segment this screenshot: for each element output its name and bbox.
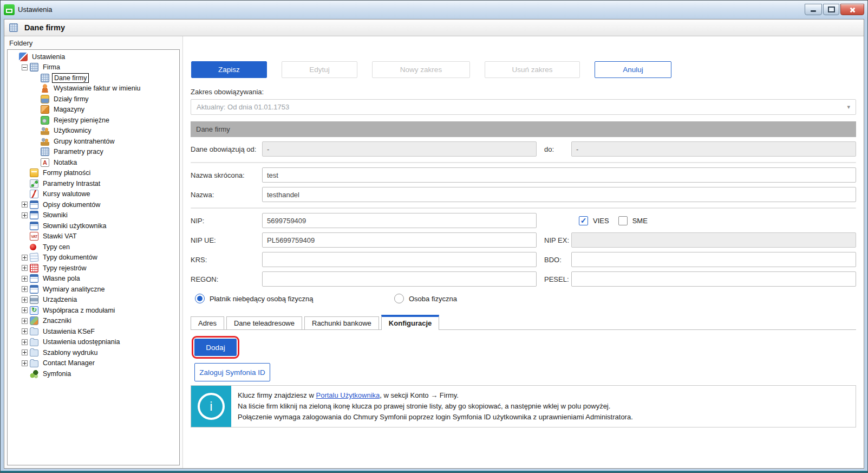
divider [191,208,856,209]
tools-icon [19,53,28,61]
tree-item[interactable]: Słowniki użytkownika [8,221,179,231]
tree-item[interactable]: Użytkownicy [8,126,179,137]
tree-item[interactable]: Symfonia [8,368,179,379]
tree-item[interactable]: Parametry Intrastat [8,178,179,189]
zaloguj-symfonia-id-button[interactable]: Zaloguj Symfonia ID [194,363,270,381]
tree-item[interactable]: Magazyny [8,105,179,115]
expand-plus-icon[interactable] [22,318,28,324]
minimize-button[interactable] [805,4,822,15]
tab-adres[interactable]: Adres [191,316,224,329]
tab-rachunki-bankowe[interactable]: Rachunki bankowe [304,316,379,329]
collapse-minus-icon[interactable] [22,64,28,70]
expand-plus-icon[interactable] [22,328,28,334]
tree-item[interactable]: Typy dokumentów [8,252,179,263]
close-button[interactable] [840,4,864,15]
radio-option[interactable]: Osoba fizyczna [394,294,457,303]
bdo-field[interactable] [571,252,856,267]
tree-item-label: Współpraca z modułami [41,306,116,315]
nip-field[interactable] [262,213,537,228]
title-bar: Ustawienia [1,1,867,18]
tree-item[interactable]: Urządzenia [8,295,179,306]
expand-plus-icon[interactable] [22,339,28,345]
dates-do-field[interactable] [571,141,856,157]
tree-item[interactable]: Wystawianie faktur w imieniu [8,83,179,94]
expand-plus-icon[interactable] [22,349,28,355]
tree-item[interactable]: Współpraca z modułami [8,305,179,316]
expand-plus-icon[interactable] [22,255,28,261]
zapisz-button[interactable]: Zapisz [191,61,267,78]
tree-item[interactable]: Ustawienia KSeF [8,326,179,337]
tree-item[interactable]: Wymiary analityczne [8,284,179,295]
expand-plus-icon[interactable] [22,297,28,303]
tree-item[interactable]: Notatka [8,157,179,168]
folder-icon [30,339,38,346]
vies-checkbox-label: VIES [593,217,609,225]
regon-field[interactable] [262,271,537,287]
tree-item-label: Dane firmy [52,73,89,83]
radio-option[interactable]: Płatnik niebędący osobą fizyczną [195,294,394,303]
sme-checkbox[interactable] [618,216,628,225]
zakres-combobox[interactable]: Aktualny: Od dnia 01.01.1753 ▾ [191,99,856,115]
tree-item[interactable]: Ustawienia [8,51,179,62]
tree-item[interactable]: Szablony wydruku [8,347,179,358]
expand-plus-icon[interactable] [22,276,28,282]
tree-item-label: Wymiary analityczne [41,285,107,294]
maximize-button[interactable] [823,4,839,15]
tree-item-label: Symfonia [41,370,73,378]
tree-item[interactable]: Typy cen [8,242,179,252]
nip-ex-label: NIP EX: [537,236,571,244]
users-icon [41,126,49,135]
pesel-field[interactable] [571,271,856,287]
tree-item[interactable]: Działy firmy [8,94,179,105]
dodaj-button[interactable]: Dodaj [194,339,237,356]
nip-ex-field[interactable] [571,232,856,248]
tree-item[interactable]: Formy płatności [8,168,179,179]
tree-item[interactable]: Grupy kontrahentów [8,136,179,147]
tree-item[interactable]: Stawki VAT [8,231,179,242]
window-controls [805,4,864,15]
tab-konfiguracje[interactable]: Konfiguracje [381,315,439,330]
usu-zakres-button[interactable]: Usuń zakres [485,61,580,78]
dates-od-label: Dane obowiązują od: [191,145,262,153]
portal-uzytkownika-link[interactable]: Portalu Użytkownika [316,391,380,399]
tab-dane-teleadresowe[interactable]: Dane teleadresowe [226,316,302,329]
expand-plus-icon[interactable] [22,307,28,313]
info-icon: i [191,386,231,427]
payment-icon [30,169,38,177]
tree-item[interactable]: Własne pola [8,274,179,284]
note-icon [41,158,49,167]
tree-item[interactable]: Kursy walutowe [8,189,179,200]
nip-ue-field[interactable] [262,232,537,248]
tree-item[interactable]: Ustawienia udostępniania [8,337,179,348]
nowy-zakres-button[interactable]: Nowy zakres [372,61,470,78]
expand-plus-icon[interactable] [22,212,28,218]
nazwa-field[interactable] [262,187,856,202]
vat-icon [30,232,38,241]
expand-plus-icon[interactable] [22,360,28,366]
tree-item[interactable]: Parametry pracy [8,147,179,158]
tree-item[interactable]: Słowniki [8,210,179,221]
vies-checkbox[interactable]: ✓ [579,216,588,225]
tree-item[interactable]: Typy rejestrów [8,263,179,274]
info-line-2: Na liście firm kliknij na zieloną ikonę … [238,401,633,412]
tree-item[interactable]: Rejestry pieniężne [8,115,179,126]
tree-item[interactable]: Contact Manager [8,358,179,369]
edytuj-button[interactable]: Edytuj [282,61,357,78]
expand-plus-icon[interactable] [22,202,28,208]
expand-plus-icon[interactable] [22,286,28,292]
nazwa-skrocona-field[interactable] [262,167,856,183]
reddot-icon [30,244,36,250]
dates-od-field[interactable] [262,141,537,157]
zakres-combobox-value: Aktualny: Od dnia 01.01.1753 [197,103,289,111]
tree-item[interactable]: Dane firmy [8,73,179,83]
anuluj-button[interactable]: Anuluj [595,61,671,78]
tree-item[interactable]: Firma [8,62,179,73]
krs-field[interactable] [262,252,537,267]
tree-item[interactable]: Opisy dokumentów [8,199,179,210]
window-title: Ustawienia [18,5,53,14]
tree-item[interactable]: Znaczniki [8,316,179,327]
building-icon [41,147,49,156]
folders-tree: UstawieniaFirmaDane firmyWystawianie fak… [7,49,180,465]
expand-plus-icon[interactable] [22,265,28,271]
nazwa-label: Nazwa: [191,191,262,199]
